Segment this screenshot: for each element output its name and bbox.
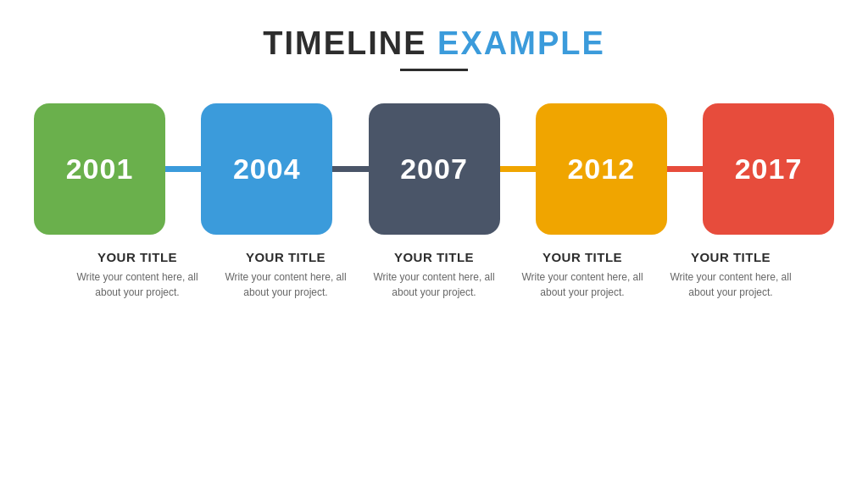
title-part1: TIMELINE <box>263 25 426 61</box>
label-desc-3: Write your content here, all about your … <box>367 269 502 300</box>
label-desc-4: Write your content here, all about your … <box>515 269 650 300</box>
label-title-1: YOUR TITLE <box>70 250 205 264</box>
label-title-2: YOUR TITLE <box>219 250 353 264</box>
timeline-box-2001: 2001 <box>34 103 165 235</box>
connector-1 <box>165 166 201 172</box>
year-2007: 2007 <box>400 152 468 186</box>
timeline-labels: YOUR TITLE Write your content here, all … <box>34 250 834 300</box>
page-title: TIMELINE EXAMPLE <box>263 25 605 62</box>
timeline-row: 2001 2004 2007 2012 <box>34 103 834 235</box>
year-2004: 2004 <box>233 152 301 186</box>
year-2012: 2012 <box>567 152 635 186</box>
timeline-box-2004: 2004 <box>201 103 332 235</box>
label-item-4: YOUR TITLE Write your content here, all … <box>509 250 657 300</box>
header: TIMELINE EXAMPLE <box>263 25 605 71</box>
label-desc-1: Write your content here, all about your … <box>70 269 205 300</box>
label-item-3: YOUR TITLE Write your content here, all … <box>360 250 509 300</box>
year-2001: 2001 <box>66 152 134 186</box>
label-item-5: YOUR TITLE Write your content here, all … <box>657 250 805 300</box>
connector-3 <box>500 166 536 172</box>
connector-2 <box>332 166 368 172</box>
label-item-2: YOUR TITLE Write your content here, all … <box>212 250 360 300</box>
label-title-4: YOUR TITLE <box>515 250 650 264</box>
label-item-1: YOUR TITLE Write your content here, all … <box>64 250 212 300</box>
title-part2: EXAMPLE <box>437 25 605 61</box>
title-underline <box>400 69 468 71</box>
timeline-box-2012: 2012 <box>536 103 667 235</box>
label-title-3: YOUR TITLE <box>367 250 502 264</box>
connector-4 <box>667 166 703 172</box>
timeline-box-2017: 2017 <box>703 103 834 235</box>
year-2017: 2017 <box>735 152 803 186</box>
page-container: TIMELINE EXAMPLE 2001 2004 2007 <box>0 0 868 488</box>
label-desc-2: Write your content here, all about your … <box>219 269 353 300</box>
label-title-5: YOUR TITLE <box>664 250 798 264</box>
label-desc-5: Write your content here, all about your … <box>664 269 798 300</box>
timeline-box-2007: 2007 <box>369 103 500 235</box>
timeline-section: 2001 2004 2007 2012 <box>34 103 834 300</box>
